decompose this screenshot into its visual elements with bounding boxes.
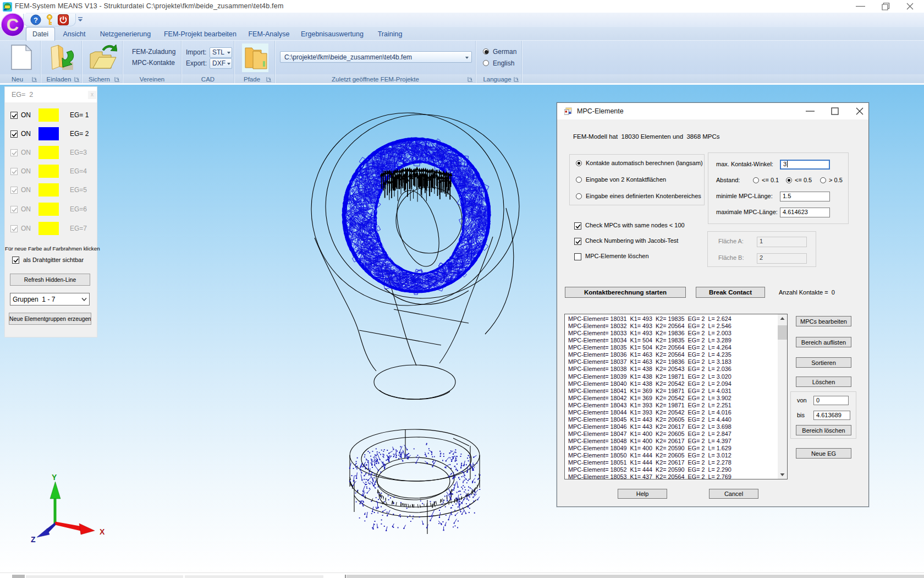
svg-text:Y: Y xyxy=(52,473,57,482)
svg-text:C: C xyxy=(7,15,19,35)
svg-text:?: ? xyxy=(34,16,38,24)
svg-text:Z: Z xyxy=(31,535,36,544)
svg-text:X: X xyxy=(100,527,105,536)
